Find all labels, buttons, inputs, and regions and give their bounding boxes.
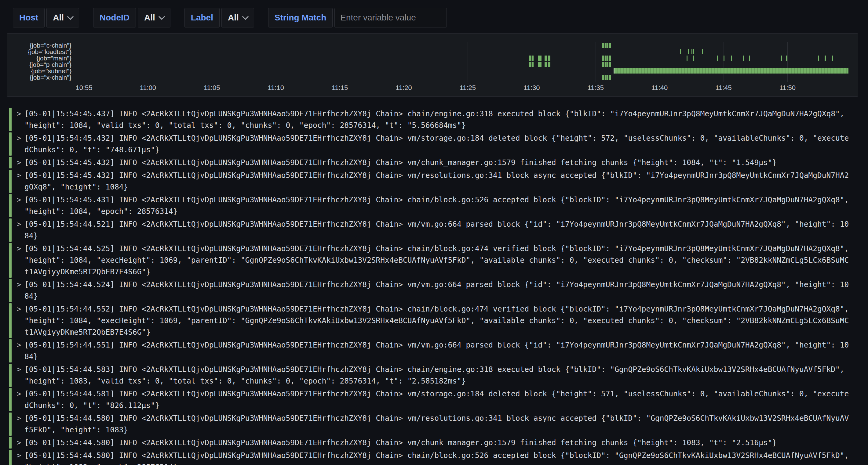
- log-row[interactable]: >[05-01|15:54:44.581] INFO <2AcRkXTLLtQj…: [9, 388, 859, 411]
- expand-chevron-icon[interactable]: >: [16, 364, 22, 387]
- log-row[interactable]: >[05-01|15:54:44.521] INFO <2AcRkXTLLtQj…: [9, 219, 859, 242]
- log-row[interactable]: >[05-01|15:54:45.437] INFO <2AcRkXTLLtQj…: [9, 108, 859, 131]
- log-row[interactable]: >[05-01|15:54:45.432] INFO <2AcRkXTLLtQj…: [9, 157, 859, 168]
- expand-chevron-icon[interactable]: >: [16, 108, 22, 131]
- timeline-mark: [609, 75, 611, 80]
- timeline-mark: [786, 56, 787, 61]
- log-level-bar: [9, 279, 11, 302]
- timeline-mark: [602, 56, 604, 61]
- variable-select-label[interactable]: All: [221, 8, 254, 28]
- timeline-mark: [545, 62, 547, 67]
- log-line-text: [05-01|15:54:44.552] INFO <2AcRkXTLLtQjv…: [25, 303, 849, 338]
- timeline-mark: [693, 49, 694, 54]
- x-tick-label: 11:25: [446, 84, 489, 92]
- expand-chevron-icon[interactable]: >: [16, 243, 22, 278]
- timeline-mark: [614, 68, 848, 73]
- expand-chevron-icon[interactable]: >: [16, 194, 22, 217]
- timeline-mark: [607, 43, 609, 48]
- timeline-mark: [609, 56, 611, 61]
- log-row[interactable]: >[05-01|15:54:45.432] INFO <2AcRkXTLLtQj…: [9, 132, 859, 156]
- timeline-mark: [781, 56, 782, 61]
- log-level-bar: [9, 243, 11, 278]
- chevron-down-icon: [67, 13, 73, 20]
- legend-item-job-loadtest: {job="loadtest"}: [7, 48, 71, 55]
- variable-select-value: All: [53, 13, 64, 23]
- string-match-input[interactable]: [335, 8, 447, 28]
- x-tick-label: 11:10: [254, 84, 297, 92]
- log-level-bar: [9, 412, 11, 436]
- log-row[interactable]: >[05-01|15:54:45.431] INFO <2AcRkXTLLtQj…: [9, 194, 859, 217]
- expand-chevron-icon[interactable]: >: [16, 157, 22, 168]
- timeline-mark: [702, 49, 703, 54]
- expand-chevron-icon[interactable]: >: [16, 339, 22, 363]
- log-row[interactable]: >[05-01|15:54:44.580] INFO <2AcRkXTLLtQj…: [9, 412, 859, 436]
- variable-select-value: All: [144, 13, 155, 23]
- log-line-text: [05-01|15:54:44.580] INFO <2AcRkXTLLtQjv…: [25, 450, 849, 465]
- variable-select-value: All: [228, 13, 239, 23]
- log-level-bar: [9, 108, 11, 131]
- expand-chevron-icon[interactable]: >: [16, 388, 22, 411]
- log-line-text: [05-01|15:54:45.432] INFO <2AcRkXTLLtQjv…: [25, 170, 849, 193]
- timeline-mark: [818, 56, 819, 61]
- x-tick-label: 11:50: [766, 84, 809, 92]
- timeline-mark: [607, 62, 609, 67]
- log-row[interactable]: >[05-01|15:54:44.552] INFO <2AcRkXTLLtQj…: [9, 303, 859, 338]
- expand-chevron-icon[interactable]: >: [16, 450, 22, 465]
- log-level-bar: [9, 219, 11, 242]
- timeline-mark: [825, 56, 826, 61]
- x-tick-label: 11:20: [382, 84, 425, 92]
- log-row[interactable]: >[05-01|15:54:44.525] INFO <2AcRkXTLLtQj…: [9, 243, 859, 278]
- expand-chevron-icon[interactable]: >: [16, 132, 22, 156]
- x-tick-label: 11:15: [318, 84, 361, 92]
- timeline-mark: [691, 49, 692, 54]
- variable-label-label: Label: [184, 8, 220, 28]
- log-line-text: [05-01|15:54:44.581] INFO <2AcRkXTLLtQjv…: [25, 388, 849, 411]
- log-row[interactable]: >[05-01|15:54:44.551] INFO <2AcRkXTLLtQj…: [9, 339, 859, 363]
- legend-item-job-p-chain: {job="p-chain"}: [7, 61, 71, 68]
- expand-chevron-icon[interactable]: >: [16, 437, 22, 449]
- expand-chevron-icon[interactable]: >: [16, 412, 22, 436]
- variable-select-nodeid[interactable]: All: [138, 8, 170, 28]
- log-volume-timeline-panel[interactable]: 10:5511:0011:0511:1011:1511:2011:2511:30…: [7, 33, 858, 97]
- log-level-bar: [9, 194, 11, 217]
- expand-chevron-icon[interactable]: >: [16, 219, 22, 242]
- log-line-text: [05-01|15:54:44.525] INFO <2AcRkXTLLtQjv…: [25, 243, 849, 278]
- timeline-mark: [717, 56, 718, 61]
- log-row[interactable]: >[05-01|15:54:44.580] INFO <2AcRkXTLLtQj…: [9, 450, 859, 465]
- log-level-bar: [9, 450, 11, 465]
- expand-chevron-icon[interactable]: >: [16, 279, 22, 302]
- expand-chevron-icon[interactable]: >: [16, 170, 22, 193]
- timeline-mark: [538, 56, 540, 61]
- timeline-mark: [687, 56, 687, 61]
- log-row[interactable]: >[05-01|15:54:44.583] INFO <2AcRkXTLLtQj…: [9, 364, 859, 387]
- timeline-mark: [609, 62, 611, 67]
- log-line-text: [05-01|15:54:44.580] INFO <2AcRkXTLLtQjv…: [25, 437, 849, 449]
- legend-item-job-main: {job="main"}: [7, 55, 71, 61]
- x-gridline: [84, 42, 84, 82]
- log-level-bar: [9, 157, 11, 168]
- timeline-mark: [532, 56, 533, 61]
- log-line-text: [05-01|15:54:44.524] INFO <2AcRkXTLLtQjv…: [25, 279, 849, 302]
- log-level-bar: [9, 388, 11, 411]
- log-level-bar: [9, 364, 11, 387]
- timeline-mark: [693, 56, 693, 61]
- legend-item-job-subnet: {job="subnet"}: [7, 68, 71, 74]
- x-gridline: [787, 42, 788, 82]
- log-line-text: [05-01|15:54:45.437] INFO <2AcRkXTLLtQjv…: [25, 108, 849, 131]
- log-line-text: [05-01|15:54:44.551] INFO <2AcRkXTLLtQjv…: [25, 339, 849, 363]
- timeline-mark: [538, 62, 540, 67]
- expand-chevron-icon[interactable]: >: [16, 303, 22, 338]
- chevron-down-icon: [158, 13, 165, 20]
- variable-select-host[interactable]: All: [46, 8, 79, 28]
- timeline-mark: [607, 75, 609, 80]
- legend-item-job-x-chain: {job="x-chain"}: [7, 74, 71, 80]
- log-line-text: [05-01|15:54:44.580] INFO <2AcRkXTLLtQjv…: [25, 412, 849, 436]
- log-row[interactable]: >[05-01|15:54:44.580] INFO <2AcRkXTLLtQj…: [9, 437, 859, 449]
- log-row[interactable]: >[05-01|15:54:45.432] INFO <2AcRkXTLLtQj…: [9, 170, 859, 193]
- timeline-mark: [605, 43, 606, 48]
- timeline-mark: [529, 62, 531, 67]
- log-level-bar: [9, 437, 11, 449]
- timeline-mark: [602, 62, 604, 67]
- log-row[interactable]: >[05-01|15:54:44.524] INFO <2AcRkXTLLtQj…: [9, 279, 859, 302]
- timeline-mark: [529, 56, 531, 61]
